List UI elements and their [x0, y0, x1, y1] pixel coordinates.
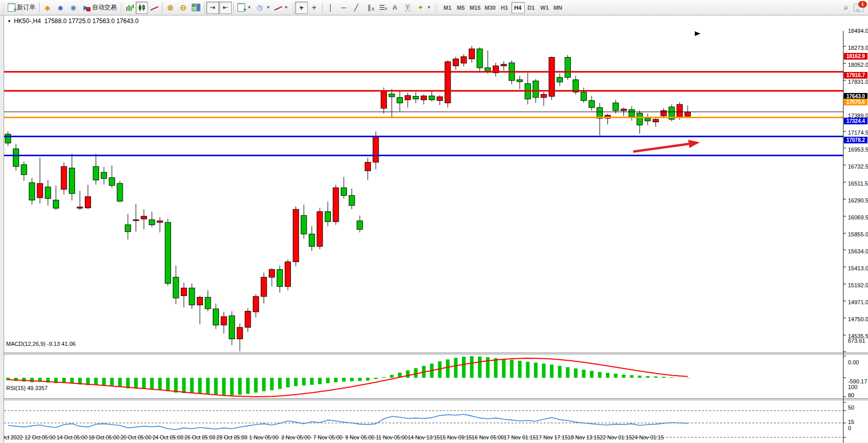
- price-tick-label: 15855.0: [848, 231, 868, 237]
- text-label-button[interactable]: T: [401, 2, 414, 14]
- text-button[interactable]: A: [389, 2, 401, 14]
- price-tick-label: 17831.0: [848, 79, 868, 85]
- autotrading-icon: ▶: [82, 4, 90, 12]
- timeframe-button-h4[interactable]: H4: [511, 2, 525, 13]
- bar-chart-button[interactable]: [123, 2, 136, 14]
- line-chart-icon: [151, 4, 158, 11]
- price-tick-label: 16953.5: [848, 146, 868, 153]
- new-chart-button[interactable]: ▼: [235, 2, 253, 14]
- date-label: 12 Oct 05:00: [25, 434, 56, 440]
- macd-scale-label: 0.00: [848, 359, 859, 365]
- rsi-scale-label: 50: [848, 404, 854, 411]
- trendline-button[interactable]: ╱: [350, 2, 363, 14]
- cursor-button[interactable]: ➤: [295, 2, 308, 14]
- cursor-icon: ➤: [297, 3, 306, 12]
- toolbar-drag-handle[interactable]: [434, 3, 437, 13]
- fibonacci-icon: ☰F: [378, 4, 386, 12]
- signals-button[interactable]: ◉: [67, 2, 80, 14]
- chart-shift-icon: ⇤: [221, 4, 230, 12]
- profile-icon: ☻: [56, 4, 65, 12]
- toolbar-separator: [39, 3, 40, 13]
- date-label: 1 Nov 05:00: [249, 434, 279, 440]
- bar-chart-icon: [126, 4, 134, 11]
- timeframe-button-m15[interactable]: M15: [468, 2, 483, 13]
- chart-window[interactable]: 18494.018273.018052.017831.017389.017174…: [0, 15, 868, 443]
- dropdown-arrow-icon: ▼: [427, 5, 431, 10]
- autotrading-button[interactable]: ▶ 自动交易: [80, 2, 119, 14]
- chart-title: ▼HK50-,H4 17588.0 17725.0 17563.0 17643.…: [7, 17, 139, 25]
- indicators-button[interactable]: ▼: [272, 2, 290, 14]
- timeframe-button-h1[interactable]: H1: [498, 2, 511, 13]
- auto-scroll-button[interactable]: ⇥: [206, 2, 219, 14]
- macd-scale-label: 673.61: [848, 338, 865, 344]
- date-label: 3 Nov 05:00: [281, 434, 310, 440]
- main-toolbar: 新订单 ◆ ☻ ◉ ▶ 自动交易 ⊕ ⊖ ⇥ ⇤ ▼ ◷▼ ▼ ➤ + │ ─ …: [0, 0, 868, 15]
- vertical-line-button[interactable]: │: [324, 2, 337, 14]
- horizontal-line-button[interactable]: ─: [337, 2, 350, 14]
- date-label: 17 Nov 17:15: [535, 434, 567, 440]
- line-chart-button[interactable]: [148, 2, 160, 14]
- price-level-flag: 17324.4: [844, 118, 867, 124]
- window-left-edge: [0, 15, 4, 443]
- toolbar-drag-handle[interactable]: [2, 3, 5, 13]
- timeframe-button-m5[interactable]: M5: [454, 2, 468, 13]
- price-tick-label: 18052.0: [848, 62, 868, 68]
- date-label: 24 Nov 01:15: [632, 434, 663, 440]
- date-label: 11 Nov 05:00: [376, 434, 408, 440]
- channel-button[interactable]: ∥E: [363, 2, 376, 14]
- crosshair-icon: +: [310, 4, 319, 12]
- text-label-icon: T: [405, 4, 410, 11]
- timeframe-button-m1[interactable]: M1: [441, 2, 454, 13]
- toolbar-separator: [233, 3, 234, 13]
- timeframe-button-d1[interactable]: D1: [525, 2, 538, 13]
- date-label: 20 Oct 05:00: [120, 434, 151, 440]
- timeframe-button-m30[interactable]: M30: [483, 2, 497, 13]
- rsi-scale-label: 0: [848, 425, 851, 431]
- zoom-in-button[interactable]: ⊕: [164, 2, 177, 14]
- search-icon[interactable]: ⌕: [843, 3, 848, 13]
- price-level-flag: 17570.6: [844, 99, 867, 105]
- date-label: 9 Nov 05:00: [345, 434, 375, 440]
- toolbar-drag-handle[interactable]: [291, 3, 294, 13]
- vertical-line-icon: │: [326, 4, 335, 12]
- toolbar-separator: [322, 3, 323, 13]
- rsi-scale-label: 80: [848, 392, 854, 398]
- toolbar-separator: [204, 3, 205, 13]
- chart-shift-button[interactable]: ⇤: [219, 2, 232, 14]
- price-tick-label: 14750.0: [848, 316, 868, 322]
- candlestick-chart-button[interactable]: [136, 2, 148, 14]
- tile-windows-button[interactable]: [190, 2, 202, 14]
- toolbar-drag-handle[interactable]: [120, 3, 122, 13]
- price-tick-label: 14971.0: [848, 299, 868, 305]
- price-tick-label: 18273.0: [848, 45, 868, 51]
- notifications-icon[interactable]: 1: [854, 4, 864, 12]
- arrows-button[interactable]: ✦▼: [414, 2, 433, 14]
- price-level-flag: 17916.7: [844, 72, 867, 79]
- new-order-button[interactable]: 新订单: [6, 2, 38, 14]
- new-order-label: 新订单: [17, 3, 35, 12]
- equidistant-channel-icon: ∥E: [365, 4, 374, 12]
- price-tick-label: 17174.5: [848, 130, 868, 136]
- dropdown-arrow-icon: ▼: [284, 5, 288, 10]
- date-label: 28 Oct 05:00: [216, 434, 247, 440]
- price-tick-label: 16732.5: [848, 163, 868, 170]
- date-label: 16 Nov 05:00: [472, 434, 504, 440]
- expand-ohlc-icon[interactable]: ▼: [7, 19, 11, 24]
- zoom-in-icon: ⊕: [166, 4, 175, 12]
- zoom-out-button[interactable]: ⊖: [177, 2, 190, 14]
- fibonacci-button[interactable]: ☰F: [376, 2, 389, 14]
- trendline-icon: ╱: [352, 4, 361, 12]
- indicators-icon: [274, 4, 282, 11]
- rsi-indicator-label: RSI(15) 49.3357: [6, 385, 48, 391]
- market-watch-button[interactable]: ☻: [54, 2, 67, 14]
- periods-button[interactable]: ◷▼: [253, 2, 272, 14]
- quick-trade-button[interactable]: ◆: [41, 2, 54, 14]
- text-tool-icon: A: [391, 4, 399, 12]
- price-tick-label: 15192.0: [848, 282, 868, 288]
- ohlc-values: 17588.0 17725.0 17563.0 17643.0: [44, 17, 139, 25]
- date-label: 26 Oct 05:00: [184, 434, 215, 440]
- timeframe-button-w1[interactable]: W1: [538, 2, 551, 13]
- timeframe-button-mn[interactable]: MN: [551, 2, 565, 13]
- crosshair-button[interactable]: +: [308, 2, 321, 14]
- zoom-out-icon: ⊖: [179, 4, 188, 12]
